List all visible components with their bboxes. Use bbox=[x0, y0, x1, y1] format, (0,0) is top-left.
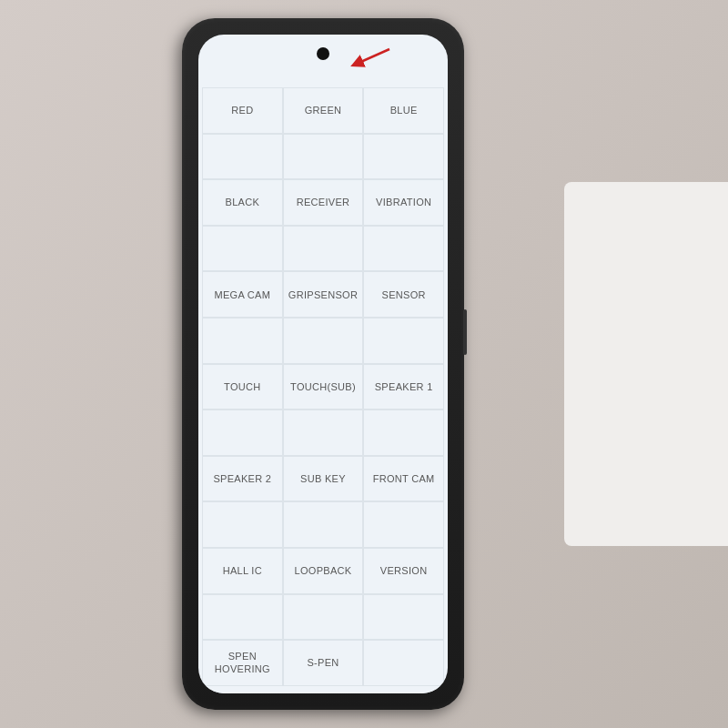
menu-item-version[interactable]: VERSION bbox=[363, 548, 444, 594]
menu-item-sub-key[interactable]: SUB KEY bbox=[283, 456, 364, 502]
menu-item-empty-r12c3 bbox=[363, 594, 444, 641]
menu-item-vibration[interactable]: VIBRATION bbox=[363, 179, 444, 226]
menu-item-speaker2[interactable]: SPEAKER 2 bbox=[202, 456, 283, 502]
menu-item-label-sensor: SENSOR bbox=[382, 288, 426, 301]
menu-item-empty-r8c1 bbox=[202, 410, 283, 456]
menu-item-label-touch-sub: TOUCH(SUB) bbox=[290, 380, 356, 393]
menu-item-front-cam[interactable]: FRONT CAM bbox=[363, 456, 444, 502]
navigation-bar: ||| ○ < bbox=[198, 686, 448, 693]
menu-item-black[interactable]: BLACK bbox=[202, 179, 283, 226]
menu-item-label-touch: TOUCH bbox=[224, 380, 260, 393]
diagnostic-menu-grid: REDGREENBLUEBLACKRECEIVERVIBRATIONMEGA C… bbox=[198, 80, 448, 686]
phone-screen: REDGREENBLUEBLACKRECEIVERVIBRATIONMEGA C… bbox=[198, 35, 448, 693]
menu-item-label-loopback: LOOPBACK bbox=[295, 564, 352, 577]
menu-item-label-receiver: RECEIVER bbox=[297, 196, 350, 208]
menu-item-empty-r4c3 bbox=[363, 226, 444, 272]
menu-item-label-version: VERSION bbox=[380, 564, 428, 577]
arrow-icon bbox=[346, 44, 391, 71]
menu-item-empty-r6c3 bbox=[363, 318, 444, 364]
menu-item-label-sub-key: SUB KEY bbox=[300, 472, 346, 485]
menu-item-label-red: RED bbox=[231, 104, 253, 116]
menu-item-mega-cam[interactable]: MEGA CAM bbox=[202, 271, 283, 318]
menu-item-empty-r8c2 bbox=[283, 410, 364, 456]
menu-item-label-speaker2: SPEAKER 2 bbox=[213, 472, 271, 485]
menu-item-empty-r4c2 bbox=[283, 226, 364, 272]
menu-item-empty-r8c3 bbox=[363, 410, 444, 456]
menu-item-sensor[interactable]: SENSOR bbox=[363, 271, 444, 318]
menu-item-gripsensor[interactable]: GRIPSENSOR bbox=[283, 271, 364, 318]
menu-item-label-black: BLACK bbox=[226, 196, 260, 208]
menu-item-label-mega-cam: MEGA CAM bbox=[214, 288, 270, 301]
screen-content: REDGREENBLUEBLACKRECEIVERVIBRATIONMEGA C… bbox=[198, 35, 448, 693]
menu-item-s-pen[interactable]: S-PEN bbox=[283, 640, 364, 686]
menu-item-empty-r13c3 bbox=[363, 640, 444, 686]
menu-item-label-speaker1: SPEAKER 1 bbox=[375, 380, 433, 393]
menu-item-spen-hovering[interactable]: SPENHOVERING bbox=[202, 640, 283, 686]
side-button[interactable] bbox=[463, 309, 467, 355]
menu-item-empty-r12c2 bbox=[283, 594, 364, 641]
menu-item-label-gripsensor: GRIPSENSOR bbox=[288, 288, 358, 301]
menu-item-empty-r2c1 bbox=[202, 134, 283, 180]
menu-item-speaker1[interactable]: SPEAKER 1 bbox=[363, 364, 444, 410]
background-object bbox=[564, 182, 728, 546]
menu-item-empty-r4c1 bbox=[202, 226, 283, 272]
menu-item-label-vibration: VIBRATION bbox=[376, 196, 431, 208]
menu-item-touch[interactable]: TOUCH bbox=[202, 364, 283, 410]
menu-item-red[interactable]: RED bbox=[202, 87, 283, 134]
menu-item-blue[interactable]: BLUE bbox=[363, 87, 444, 134]
menu-item-label-hall-ic: HALL IC bbox=[223, 564, 262, 577]
phone-device: REDGREENBLUEBLACKRECEIVERVIBRATIONMEGA C… bbox=[182, 18, 464, 710]
menu-item-label-spen-hovering: SPENHOVERING bbox=[215, 650, 270, 676]
menu-item-label-front-cam: FRONT CAM bbox=[373, 472, 435, 485]
menu-item-receiver[interactable]: RECEIVER bbox=[283, 179, 364, 226]
menu-item-label-s-pen: S-PEN bbox=[307, 656, 339, 669]
menu-item-empty-r2c2 bbox=[283, 134, 364, 180]
front-camera-hole bbox=[317, 47, 329, 60]
menu-item-empty-r10c2 bbox=[283, 501, 364, 548]
menu-item-empty-r2c3 bbox=[363, 134, 444, 180]
menu-item-empty-r10c1 bbox=[202, 501, 283, 548]
arrow-annotation bbox=[346, 44, 391, 75]
svg-line-1 bbox=[357, 49, 389, 64]
menu-item-empty-r6c1 bbox=[202, 318, 283, 364]
menu-item-empty-r12c1 bbox=[202, 594, 283, 641]
menu-item-label-blue: BLUE bbox=[390, 104, 418, 116]
menu-item-touch-sub[interactable]: TOUCH(SUB) bbox=[283, 364, 364, 410]
menu-item-label-green: GREEN bbox=[305, 104, 342, 116]
menu-item-empty-r10c3 bbox=[363, 501, 444, 548]
menu-item-hall-ic[interactable]: HALL IC bbox=[202, 548, 283, 594]
menu-item-empty-r6c2 bbox=[283, 318, 364, 364]
scene: REDGREENBLUEBLACKRECEIVERVIBRATIONMEGA C… bbox=[0, 0, 728, 728]
phone-shell: REDGREENBLUEBLACKRECEIVERVIBRATIONMEGA C… bbox=[182, 18, 464, 710]
menu-item-loopback[interactable]: LOOPBACK bbox=[283, 548, 364, 594]
menu-item-green[interactable]: GREEN bbox=[283, 87, 364, 134]
